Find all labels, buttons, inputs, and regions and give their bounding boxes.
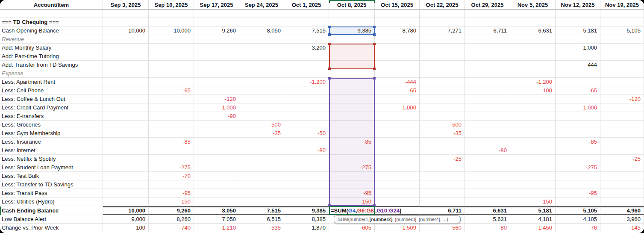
selection-handle[interactable] [328, 43, 331, 45]
cell[interactable]: -150 [510, 198, 556, 206]
cell[interactable] [239, 146, 284, 155]
cell[interactable] [149, 146, 194, 155]
cell[interactable]: -500 [420, 121, 465, 129]
cell[interactable]: 10,000 [103, 27, 149, 35]
cell[interactable] [510, 146, 556, 155]
row-label[interactable]: Less: Groceries [0, 121, 103, 129]
cell[interactable] [510, 95, 556, 103]
cell[interactable] [239, 35, 284, 44]
cell[interactable] [600, 138, 644, 146]
cell[interactable] [375, 44, 420, 52]
row-label[interactable]: Less: Insurance [0, 138, 103, 146]
cell[interactable]: -65 [149, 86, 194, 95]
cell[interactable] [510, 35, 556, 44]
cell[interactable] [465, 10, 510, 18]
cell[interactable]: -145 [600, 224, 644, 232]
cell[interactable] [375, 69, 420, 78]
cell[interactable]: 5,631 [465, 215, 510, 224]
cell[interactable] [600, 35, 644, 44]
cell[interactable] [194, 35, 239, 44]
cell[interactable] [465, 35, 510, 44]
cell[interactable]: -80 [284, 146, 329, 155]
cell[interactable]: -1,210 [194, 224, 239, 232]
cell[interactable] [103, 112, 149, 121]
row-label[interactable]: Change vs. Prior Week [0, 224, 103, 232]
cell[interactable] [465, 103, 510, 112]
cell[interactable] [510, 52, 556, 61]
row-label[interactable]: Less: Test Bulk [0, 172, 103, 180]
cell[interactable] [149, 180, 194, 189]
cell[interactable] [103, 138, 149, 146]
cell[interactable] [465, 61, 510, 69]
cell[interactable] [465, 112, 510, 121]
row-label[interactable]: Less: Cell Phone [0, 86, 103, 95]
cell[interactable] [420, 78, 465, 86]
cell[interactable] [239, 189, 284, 198]
cell[interactable] [194, 18, 239, 27]
cell[interactable] [465, 18, 510, 27]
cell[interactable] [600, 189, 644, 198]
cell[interactable] [420, 138, 465, 146]
cell[interactable]: 3,960 [600, 215, 644, 224]
cell[interactable] [375, 138, 420, 146]
cell[interactable] [420, 10, 465, 18]
cell[interactable]: 9,260 [194, 27, 239, 35]
cell[interactable]: 1,000 [556, 44, 600, 52]
cell[interactable] [510, 103, 556, 112]
row-label[interactable]: Less: Student Loan Payment [0, 163, 103, 172]
cell[interactable] [420, 163, 465, 172]
cell[interactable] [375, 112, 420, 121]
cell[interactable]: -275 [149, 163, 194, 172]
cell[interactable] [103, 61, 149, 69]
cell[interactable]: -65 [556, 86, 600, 95]
cell[interactable] [375, 95, 420, 103]
cell[interactable] [556, 172, 600, 180]
cell[interactable] [465, 138, 510, 146]
row-label[interactable]: Low Balance Alert [0, 215, 103, 224]
cell[interactable] [420, 69, 465, 78]
column-header[interactable]: Sep 17, 2025 [194, 0, 239, 10]
cell[interactable] [103, 95, 149, 103]
cell[interactable]: -444 [375, 78, 420, 86]
cell[interactable] [194, 121, 239, 129]
cell[interactable] [239, 44, 284, 52]
cell[interactable] [149, 10, 194, 18]
cell[interactable] [284, 18, 329, 27]
cell[interactable] [284, 103, 329, 112]
cell[interactable]: 5,181 [510, 206, 556, 215]
cell[interactable] [103, 52, 149, 61]
cell[interactable] [149, 18, 194, 27]
cell[interactable] [149, 44, 194, 52]
cell[interactable]: -1,000 [375, 103, 420, 112]
cell[interactable] [600, 146, 644, 155]
cell[interactable] [239, 10, 284, 18]
cell[interactable] [284, 180, 329, 189]
row-label[interactable]: Less: Credit Card Payment [0, 103, 103, 112]
cell[interactable] [284, 172, 329, 180]
cell[interactable] [239, 103, 284, 112]
cell[interactable] [194, 189, 239, 198]
column-header[interactable]: Sep 24, 2025 [239, 0, 284, 10]
cell[interactable]: -120 [600, 95, 644, 103]
cell[interactable] [103, 44, 149, 52]
cell[interactable]: 9,260 [149, 206, 194, 215]
cell[interactable] [239, 180, 284, 189]
cell[interactable]: 4,181 [510, 215, 556, 224]
cell[interactable]: 6,711 [465, 27, 510, 35]
row-label[interactable]: Cash Ending Balance [0, 206, 103, 215]
cell[interactable] [149, 121, 194, 129]
cell[interactable]: 1,870 [284, 224, 329, 232]
cell[interactable]: -605 [329, 224, 375, 232]
cell[interactable]: -500 [239, 121, 284, 129]
cell[interactable] [600, 44, 644, 52]
cell[interactable]: 7,515 [284, 27, 329, 35]
cell[interactable]: -80 [465, 224, 510, 232]
cell[interactable] [284, 95, 329, 103]
cell[interactable] [465, 189, 510, 198]
cell[interactable] [556, 52, 600, 61]
cell[interactable] [375, 61, 420, 69]
cell[interactable] [465, 86, 510, 95]
cell[interactable] [420, 86, 465, 95]
cell[interactable] [149, 129, 194, 138]
cell[interactable] [103, 121, 149, 129]
